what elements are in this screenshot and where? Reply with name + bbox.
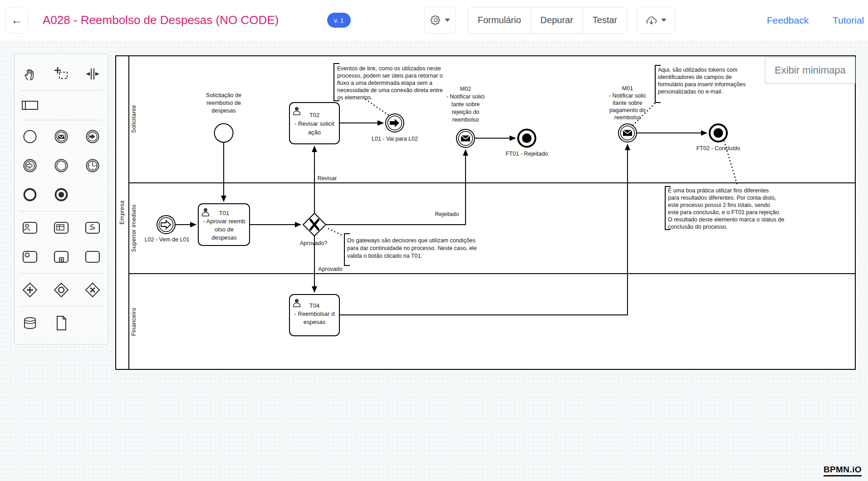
- gateway-label[interactable]: Aprovado?: [300, 240, 328, 246]
- svg-text:O resultado deste elemento mar: O resultado deste elemento marca o statu…: [668, 216, 784, 223]
- svg-text:T04: T04: [309, 302, 319, 309]
- mode-button-group: Formulário Depurar Testar: [468, 7, 627, 34]
- svg-text:T01: T01: [219, 210, 229, 216]
- palette-divider: [20, 90, 103, 91]
- show-minimap-button[interactable]: Exibir minimapa: [765, 57, 855, 83]
- flow-label-rejeitado[interactable]: Rejeitado: [435, 211, 459, 217]
- create-link-throw-event-icon[interactable]: [82, 126, 103, 147]
- create-terminate-event-icon[interactable]: [50, 184, 72, 206]
- create-data-store-icon[interactable]: [19, 312, 41, 334]
- pool-label: Empresa: [119, 201, 125, 225]
- create-service-task-icon[interactable]: [19, 246, 41, 268]
- create-data-object-icon[interactable]: [50, 312, 72, 334]
- svg-text:espesas: espesas: [304, 319, 326, 325]
- svg-text:FT01 - Rejeitado: FT01 - Rejeitado: [505, 151, 548, 157]
- bpmn-editor-app: ← A028 - Reembolso de Despesas (NO CODE)…: [0, 0, 868, 481]
- page-title: A028 - Reembolso de Despesas (NO CODE): [43, 0, 279, 40]
- create-exclusive-gateway-icon[interactable]: [82, 279, 103, 301]
- svg-text:ação: ação: [308, 129, 321, 136]
- feedback-link[interactable]: Feedback: [767, 0, 809, 40]
- svg-text:M02: M02: [460, 86, 471, 92]
- create-link-catch-event-icon[interactable]: [19, 155, 41, 177]
- svg-text:- Notificar solici: - Notificar solici: [446, 93, 485, 100]
- svg-text:Aqui, são utilizados tokens co: Aqui, são utilizados tokens com: [658, 67, 737, 73]
- create-parallel-gateway-icon[interactable]: [19, 279, 41, 301]
- chevron-down-icon: [445, 19, 450, 22]
- task-t04[interactable]: T04 - Reembolsar d espesas: [289, 294, 339, 336]
- bpmn-diagram[interactable]: Empresa Solicitante Superior imediato Fi…: [115, 55, 856, 370]
- svg-text:despesas: despesas: [211, 108, 236, 114]
- svg-text:despesas: despesas: [211, 234, 237, 241]
- create-participant-icon[interactable]: [19, 94, 41, 116]
- bpmn-io-watermark[interactable]: BPMN.iO: [824, 465, 862, 476]
- header: ← A028 - Reembolso de Despesas (NO CODE)…: [0, 0, 868, 40]
- svg-text:processo, podem ser úteis para: processo, podem ser úteis para retornar …: [337, 73, 443, 79]
- svg-text:- Reembolsar d: - Reembolsar d: [294, 310, 335, 317]
- testar-button[interactable]: Testar: [583, 7, 627, 33]
- task-t02[interactable]: T02 - Revisar solicit ação: [289, 103, 339, 144]
- create-call-activity-icon[interactable]: [50, 246, 72, 268]
- svg-text:Os gateways são decisores que: Os gateways são decisores que utilizam c…: [347, 237, 476, 244]
- palette-divider: [20, 306, 103, 307]
- svg-text:T02: T02: [309, 112, 319, 118]
- create-form-task-icon[interactable]: [50, 217, 72, 239]
- back-button[interactable]: ←: [5, 7, 28, 34]
- space-tool-icon[interactable]: [82, 63, 103, 85]
- version-badge: v. 1: [327, 13, 351, 28]
- svg-text:este processo possui 2 fins to: este processo possui 2 fins totais, send…: [668, 202, 770, 208]
- svg-text:este para conclusão, e o FT01: este para conclusão, e o FT01 para rejei…: [668, 209, 780, 216]
- svg-text:conclusão do processo.: conclusão do processo.: [668, 224, 727, 230]
- svg-text:Solicitação de: Solicitação de: [206, 92, 241, 98]
- cloud-download-icon: [645, 14, 657, 26]
- svg-text:- Revisar solicit: - Revisar solicit: [294, 120, 335, 127]
- gear-icon: [430, 15, 441, 26]
- export-dropdown-button[interactable]: [637, 7, 675, 34]
- svg-text:personalizadas no e-mail.: personalizadas no e-mail.: [658, 88, 722, 95]
- svg-text:para resultados diferentes. Po: para resultados diferentes. Por conta di…: [668, 195, 776, 201]
- svg-text:reembolso: reembolso: [452, 117, 479, 123]
- diagram-canvas[interactable]: Empresa Solicitante Superior imediato Fi…: [0, 40, 868, 481]
- flow-label-revisar[interactable]: Revisar: [318, 175, 337, 182]
- svg-text:fluxo a uma determinada etapa: fluxo a uma determinada etapa sem a: [337, 80, 432, 86]
- create-start-event-icon[interactable]: [19, 126, 41, 147]
- l02-label[interactable]: L02 - Vem de L01: [145, 236, 190, 243]
- palette-divider: [20, 273, 103, 274]
- svg-text:identificadores de campos de: identificadores de campos de: [658, 74, 732, 80]
- chevron-down-icon: [661, 19, 667, 22]
- palette-divider: [20, 211, 103, 211]
- lane-label-solicitante: Solicitante: [131, 105, 137, 133]
- lane-label-superior-imediato: Superior imediato: [131, 205, 137, 252]
- svg-text:É uma boa prática utilizar fin: É uma boa prática utilizar fins diferent…: [668, 187, 769, 194]
- lane-label-financeiro: Financeiro: [131, 308, 137, 336]
- svg-text:olso de: olso de: [215, 226, 234, 233]
- create-script-task-icon[interactable]: [82, 217, 103, 239]
- palette-divider: [20, 120, 103, 120]
- flow-label-aprovado[interactable]: Aprovado: [318, 266, 343, 272]
- svg-text:tante sobre: tante sobre: [451, 101, 480, 108]
- svg-text:formulário para inserir inform: formulário para inserir informações: [658, 81, 745, 88]
- svg-text:necessidade de uma conexão dir: necessidade de uma conexão direta entre: [337, 87, 443, 93]
- create-message-event-icon[interactable]: [50, 126, 72, 147]
- create-inclusive-gateway-icon[interactable]: [50, 279, 72, 301]
- hand-tool-icon[interactable]: [19, 63, 41, 85]
- create-timer-event-icon[interactable]: [82, 155, 103, 177]
- l01-label[interactable]: L01 - Vai para L02: [372, 136, 418, 142]
- back-arrow-icon: ←: [11, 13, 23, 27]
- svg-text:- Aprovar reemb: - Aprovar reemb: [203, 218, 245, 225]
- lasso-tool-icon[interactable]: [50, 63, 72, 85]
- tutorial-link[interactable]: Tutorial: [833, 0, 864, 40]
- svg-text:para dar continuidade no proce: para dar continuidade no processo. Neste…: [347, 245, 477, 251]
- task-t01[interactable]: T01 - Aprovar reemb olso de despesas: [198, 204, 250, 245]
- svg-text:valida o botão clicado na T01.: valida o botão clicado na T01.: [347, 253, 422, 259]
- svg-text:itante sobre: itante sobre: [613, 100, 642, 106]
- depurar-button[interactable]: Depurar: [530, 7, 583, 33]
- svg-text:rejeição do: rejeição do: [451, 109, 479, 115]
- svg-text:M01: M01: [622, 85, 633, 92]
- create-user-task-icon[interactable]: [19, 217, 41, 239]
- create-end-event-icon[interactable]: [19, 184, 41, 206]
- create-intermediate-event-icon[interactable]: [50, 155, 72, 177]
- svg-text:os elementos.: os elementos.: [337, 94, 373, 101]
- settings-dropdown-button[interactable]: [424, 7, 456, 34]
- create-task-icon[interactable]: [82, 246, 103, 268]
- formulario-button[interactable]: Formulário: [468, 7, 530, 33]
